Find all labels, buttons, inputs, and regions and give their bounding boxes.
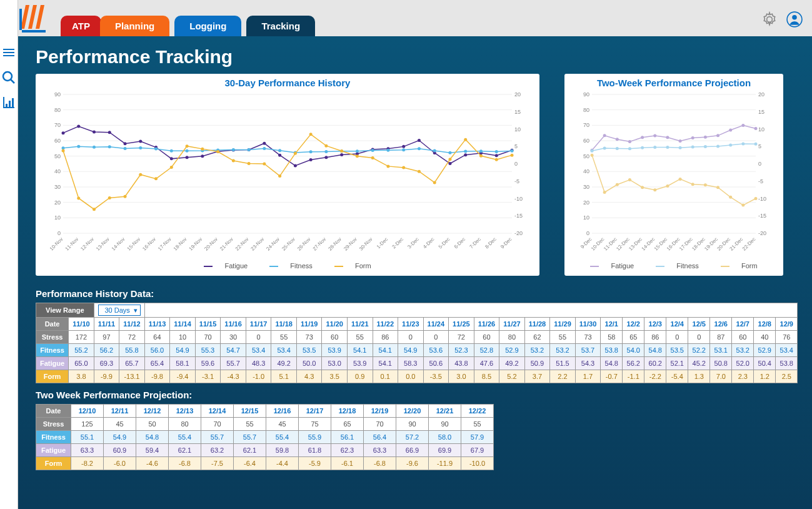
date-cell: 11/10 <box>69 318 94 331</box>
date-cell: 11/29 <box>550 318 576 331</box>
form-cell: 8.5 <box>474 370 499 383</box>
svg-text:25-Nov: 25-Nov <box>281 236 296 252</box>
svg-point-140 <box>356 154 359 158</box>
svg-text:20: 20 <box>583 199 589 206</box>
fatigue-cell: 55.7 <box>221 357 246 370</box>
tab-tracking[interactable]: Tracking <box>246 16 315 36</box>
stress-cell: 75 <box>299 418 331 431</box>
svg-point-86 <box>448 162 451 165</box>
svg-point-147 <box>464 138 467 141</box>
view-range-dropdown[interactable]: 30 Days <box>98 305 141 316</box>
svg-point-105 <box>278 149 281 152</box>
svg-point-131 <box>216 150 219 153</box>
form-cell: 2.2 <box>550 370 576 383</box>
form-cell: -13.1 <box>119 370 145 383</box>
fitness-row-label: Fitness <box>36 344 69 357</box>
svg-text:90: 90 <box>54 91 61 98</box>
form-cell: -10.0 <box>461 457 494 470</box>
gear-icon[interactable] <box>761 11 778 28</box>
date-cell: 12/13 <box>169 405 201 418</box>
svg-point-113 <box>402 148 405 151</box>
form-cell: -6.4 <box>234 457 266 470</box>
svg-point-197 <box>628 140 631 143</box>
svg-point-227 <box>653 188 656 191</box>
stress-cell: 80 <box>169 418 201 431</box>
fitness-cell: 53.5 <box>666 344 688 357</box>
tab-logging[interactable]: Logging <box>174 16 241 36</box>
svg-point-206 <box>741 124 744 127</box>
tab-atp[interactable]: ATP <box>61 16 101 36</box>
form-cell: 0.0 <box>398 370 424 383</box>
date-cell: 11/25 <box>449 318 474 331</box>
svg-point-201 <box>679 139 682 143</box>
stress-cell: 0 <box>246 331 271 344</box>
form-cell: 2.5 <box>776 370 798 383</box>
svg-text:10: 10 <box>758 126 764 133</box>
svg-point-133 <box>248 162 251 165</box>
projection-legend: Fatigue Fitness Form <box>573 262 774 270</box>
stress-cell: 97 <box>94 331 119 344</box>
svg-text:10: 10 <box>514 126 521 133</box>
stress-cell: 60 <box>322 331 348 344</box>
svg-text:28-Nov: 28-Nov <box>327 236 343 252</box>
stress-cell: 0 <box>398 331 424 344</box>
form-row-label: Form <box>36 457 71 470</box>
svg-point-83 <box>402 145 405 148</box>
search-icon[interactable] <box>0 69 18 86</box>
svg-text:-10: -10 <box>758 196 766 202</box>
svg-text:6-Dec: 6-Dec <box>453 236 466 249</box>
svg-text:21-Dec: 21-Dec <box>729 236 744 252</box>
stress-cell: 76 <box>776 331 798 344</box>
date-cell: 12/6 <box>710 318 732 331</box>
svg-text:-5: -5 <box>758 178 763 184</box>
fitness-cell: 54.7 <box>221 344 246 357</box>
svg-point-210 <box>616 147 619 150</box>
svg-text:60: 60 <box>583 138 589 144</box>
main-content: Performance Tracking 30-Day Performance … <box>18 36 812 509</box>
form-cell: 4.3 <box>296 370 322 383</box>
svg-point-112 <box>386 149 389 152</box>
svg-text:14-Dec: 14-Dec <box>641 236 656 252</box>
stress-cell: 10 <box>170 331 196 344</box>
fitness-cell: 54.9 <box>170 344 196 357</box>
svg-point-119 <box>495 150 498 153</box>
svg-point-98 <box>170 149 173 153</box>
svg-point-234 <box>741 204 744 207</box>
fatigue-cell: 48.3 <box>246 357 271 370</box>
date-cell: 12/4 <box>666 318 688 331</box>
form-cell: 3.7 <box>524 370 550 383</box>
tab-planning[interactable]: Planning <box>100 16 169 36</box>
svg-text:70: 70 <box>54 122 61 128</box>
fatigue-cell: 52.1 <box>666 357 688 370</box>
svg-text:-20: -20 <box>514 230 523 236</box>
svg-point-89 <box>495 154 498 157</box>
svg-text:20-Nov: 20-Nov <box>203 236 219 252</box>
stress-cell: 45 <box>104 418 136 431</box>
fatigue-cell: 58.1 <box>170 357 196 370</box>
date-cell: 11/19 <box>296 318 322 331</box>
fatigue-cell: 63.3 <box>71 444 104 457</box>
svg-text:11-Dec: 11-Dec <box>603 236 618 252</box>
date-cell: 11/27 <box>499 318 525 331</box>
svg-point-235 <box>754 197 758 200</box>
user-icon[interactable] <box>786 11 803 28</box>
svg-point-203 <box>704 136 707 139</box>
stress-cell: 90 <box>429 418 461 431</box>
chart-icon[interactable] <box>0 94 18 111</box>
history-chart-card: 30-Day Performance History 0102030405060… <box>36 74 539 276</box>
stress-cell: 50 <box>136 418 169 431</box>
form-cell: 5.1 <box>271 370 297 383</box>
svg-point-209 <box>603 147 606 150</box>
form-cell: 0.1 <box>373 370 398 383</box>
menu-icon[interactable] <box>0 44 18 61</box>
svg-text:60: 60 <box>54 138 61 144</box>
fatigue-cell: 58.3 <box>398 357 424 370</box>
svg-point-130 <box>201 148 204 151</box>
stress-cell: 73 <box>296 331 322 344</box>
fatigue-cell: 69.9 <box>429 444 461 457</box>
svg-text:16-Nov: 16-Nov <box>141 236 157 252</box>
fatigue-cell: 49.2 <box>499 357 525 370</box>
fitness-cell: 54.8 <box>644 344 666 357</box>
form-cell: -1.1 <box>623 370 644 383</box>
fatigue-cell: 52.0 <box>732 357 754 370</box>
